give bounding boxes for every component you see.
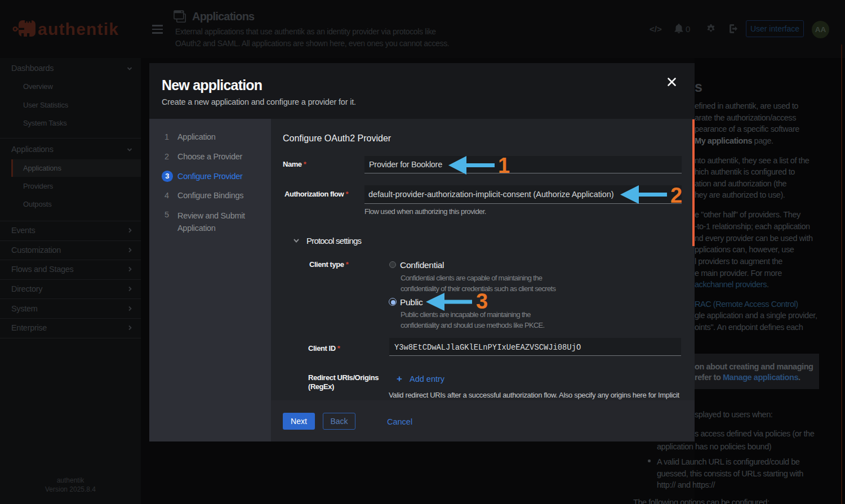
svg-text:authentik: authentik [38, 20, 119, 38]
